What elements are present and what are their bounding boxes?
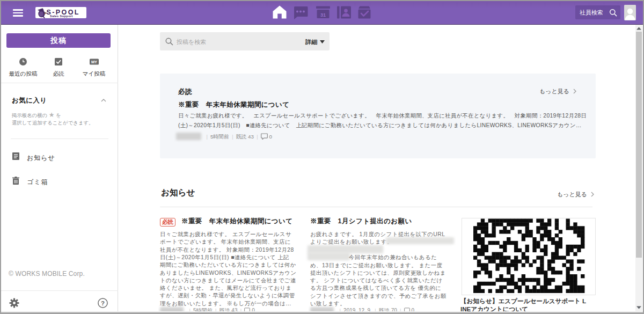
svg-text:Sales Support: Sales Support: [50, 14, 73, 18]
svg-text:MY: MY: [91, 60, 97, 64]
svg-text:?: ?: [101, 300, 105, 306]
svg-text:31: 31: [320, 12, 326, 18]
